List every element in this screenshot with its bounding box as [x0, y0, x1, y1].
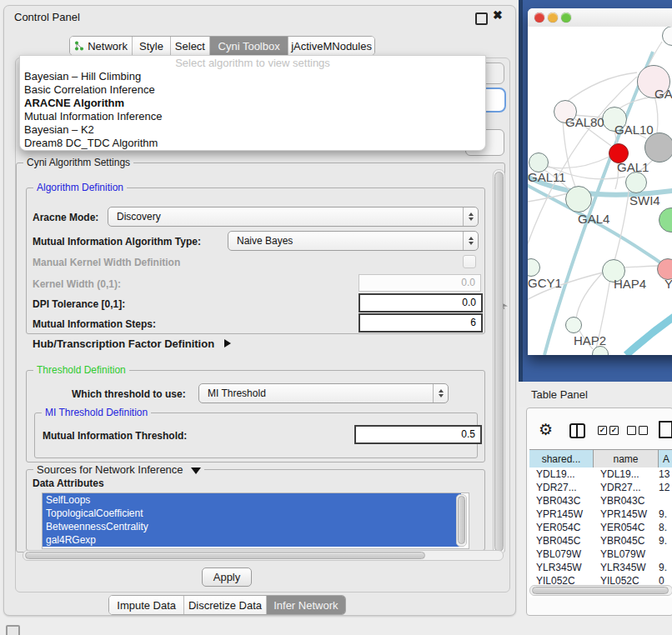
window-minimize-icon[interactable] [548, 12, 558, 22]
network-window-titlebar[interactable] [528, 8, 672, 28]
network-node[interactable] [625, 172, 647, 193]
settings-horizontal-scrollbar[interactable] [23, 550, 504, 561]
column-header-partial[interactable]: A [659, 450, 672, 468]
table-row[interactable]: YBR045CYBR045C9. [529, 534, 672, 548]
chevron-right-icon [224, 339, 231, 348]
manual-kernel-width-checkbox[interactable] [463, 255, 476, 268]
columns-icon[interactable] [569, 423, 585, 438]
close-icon[interactable]: ✖ [493, 8, 503, 22]
dropdown-item[interactable]: Bayesian – Hill Climbing [20, 70, 485, 83]
dropdown-item[interactable]: Mutual Information Inference [20, 110, 485, 123]
tab-impute-data[interactable]: Impute Data [109, 596, 184, 614]
list-scrollbar[interactable] [456, 494, 467, 547]
table-cell: YBR045C [529, 534, 594, 548]
table-row[interactable]: YLR345WYLR345W9. [529, 561, 672, 574]
spinner-arrows-icon [433, 384, 448, 402]
table-row[interactable]: YBL079WYBL079W [529, 548, 672, 561]
column-header-shared[interactable]: shared... [529, 450, 594, 468]
tab-network[interactable]: Network [70, 37, 133, 55]
mi-algorithm-type-select[interactable]: Naive Bayes [228, 231, 479, 251]
export-table-icon[interactable] [659, 421, 672, 438]
which-threshold-select[interactable]: MI Threshold [198, 383, 449, 403]
float-window-icon[interactable] [475, 12, 488, 25]
algorithm-dropdown-popup: Select algorithm to view settings Bayesi… [19, 55, 486, 151]
window-close-icon[interactable] [534, 12, 544, 22]
table-cell: YDR27... [594, 481, 659, 494]
node-label: Y [664, 277, 672, 291]
kernel-width-label: Kernel Width (0,1): [33, 278, 121, 290]
dropdown-item[interactable]: Dream8 DC_TDC Algorithm [20, 137, 485, 150]
apply-button[interactable]: Apply [202, 568, 252, 587]
table-cell [659, 494, 672, 508]
mi-threshold-field[interactable]: 0.5 [354, 425, 482, 444]
group-title: Threshold Definition [33, 364, 129, 376]
column-header-name[interactable]: name [594, 450, 659, 468]
node-label: SWI4 [629, 193, 660, 208]
dropdown-prompt: Select algorithm to view settings [20, 56, 485, 70]
attribute-item[interactable]: gal4RGexp [43, 533, 461, 547]
tab-label: Style [139, 40, 163, 52]
tab-label: Impute Data [117, 599, 176, 612]
network-node[interactable] [565, 317, 582, 333]
data-attributes-list: SelfLoops TopologicalCoefficient Between… [42, 492, 469, 549]
manual-kernel-width-label: Manual Kernel Width Definition [33, 257, 180, 268]
table-row[interactable]: YPR145WYPR145W9. [529, 508, 672, 521]
tab-discretize-data[interactable]: Discretize Data [184, 596, 266, 614]
tab-jactivemnodules[interactable]: jActiveMNodules [288, 37, 374, 55]
table-row[interactable]: YDR27...YDR27...12 [529, 481, 672, 494]
group-title: Sources for Network Inference [37, 463, 183, 476]
tab-label: Infer Network [273, 599, 338, 612]
select-all-checkboxes-icon[interactable]: ✓✓ [598, 426, 619, 435]
table-cell: 13 [659, 468, 672, 481]
aracne-mode-select[interactable]: Discovery [108, 207, 479, 227]
window-zoom-icon[interactable] [561, 12, 571, 22]
settings-vertical-scrollbar[interactable] [493, 169, 505, 555]
tab-label: Discretize Data [188, 599, 262, 612]
attribute-item[interactable]: TopologicalCoefficient [43, 507, 461, 520]
tab-label: Cyni Toolbox [218, 40, 280, 52]
collapsed-panel-icon[interactable] [6, 625, 20, 635]
attribute-item[interactable]: BetweennessCentrality [43, 520, 461, 533]
group-title: MI Threshold Definition [42, 407, 151, 418]
dropdown-item[interactable]: Bayesian – K2 [20, 123, 485, 137]
dpi-tolerance-field[interactable]: 0.0 [359, 293, 483, 312]
gear-icon[interactable]: ⚙ [539, 422, 553, 438]
sources-expander[interactable]: Sources for Network Inference [33, 463, 204, 476]
network-canvas[interactable]: GAL GAL80 GAL10 GAL1 GAL11 SWI4 GAL4 GCY… [528, 27, 672, 355]
table-cell: YER054C [594, 521, 659, 534]
network-view-window: GAL GAL80 GAL10 GAL1 GAL11 SWI4 GAL4 GCY… [528, 8, 672, 355]
table-horizontal-scrollbar[interactable] [529, 585, 672, 596]
table-cell: YBR045C [594, 534, 659, 548]
node-label: GCY1 [528, 276, 562, 290]
table-cell: YER054C [529, 521, 594, 534]
table-cell: YBL079W [594, 548, 659, 561]
deselect-all-checkboxes-icon[interactable] [627, 426, 648, 435]
network-node[interactable] [565, 186, 592, 212]
table-panel-title: Table Panel [531, 388, 588, 401]
table-cell: YBR043C [594, 494, 659, 508]
dropdown-item[interactable]: Basic Correlation Inference [20, 83, 485, 97]
mi-steps-field[interactable]: 6 [359, 313, 483, 332]
node-label: GAL10 [614, 122, 654, 137]
kernel-width-field: 0.0 [359, 274, 481, 292]
tab-style[interactable]: Style [133, 37, 171, 55]
mi-steps-label: Mutual Information Steps: [33, 318, 156, 330]
table-row[interactable]: YBR043CYBR043C [529, 494, 672, 508]
table-row[interactable]: YDL19...YDL19...13 [529, 468, 672, 481]
hub-factor-expander[interactable]: Hub/Transcription Factor Definition [33, 338, 231, 350]
tab-infer-network[interactable]: Infer Network [267, 596, 345, 614]
table-cell: 9. [659, 534, 672, 548]
attribute-item[interactable]: SelfLoops [43, 493, 461, 507]
table-cell: YBR043C [529, 494, 594, 508]
group-title: Cyni Algorithm Settings [23, 157, 133, 168]
table-cell: YPR145W [529, 508, 594, 521]
table-row[interactable]: YER054CYER054C8. [529, 521, 672, 534]
tab-select[interactable]: Select [171, 37, 210, 55]
table-cell [659, 548, 672, 561]
dropdown-item-selected[interactable]: ARACNE Algorithm [20, 97, 485, 110]
table-header: shared... name A [529, 449, 672, 468]
tab-cyni-toolbox[interactable]: Cyni Toolbox [210, 37, 288, 55]
expander-label: Hub/Transcription Factor Definition [33, 338, 214, 350]
network-node[interactable] [644, 132, 672, 162]
table-body: YDL19...YDL19...13 YDR27...YDR27...12 YB… [529, 468, 672, 598]
